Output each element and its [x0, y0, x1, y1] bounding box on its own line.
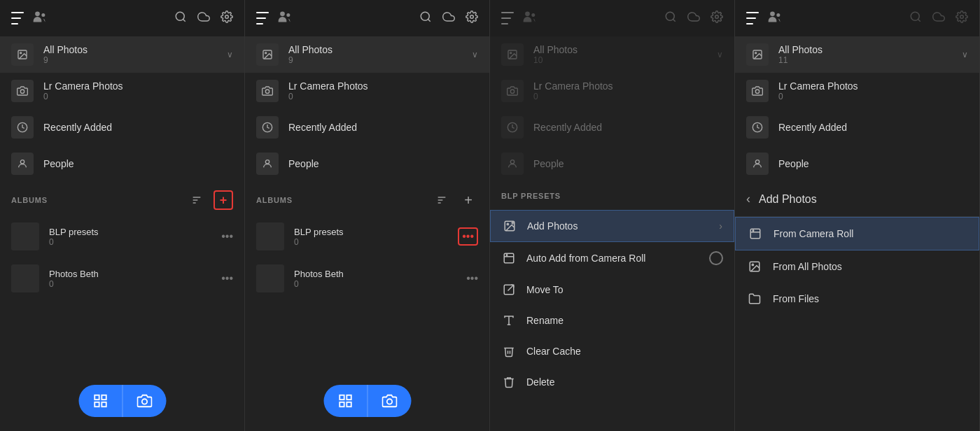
- sub-panel-header-4: ‹ Add Photos: [735, 182, 979, 217]
- gear-icon-3[interactable]: [710, 10, 723, 27]
- library-item-lr-camera-1[interactable]: Lr Camera Photos 0: [0, 73, 244, 109]
- library-item-all-photos-4[interactable]: All Photos 11 ∨: [735, 36, 979, 73]
- panel-3: All Photos 10 ∨ Lr Camera Photos 0 Recen…: [490, 0, 735, 431]
- cloud-icon-3[interactable]: [687, 10, 701, 27]
- library-item-lr-camera-2[interactable]: Lr Camera Photos 0: [245, 73, 489, 109]
- from-camera-roll-item[interactable]: From Camera Roll: [735, 217, 979, 250]
- gear-icon-2[interactable]: [465, 10, 478, 27]
- people-icon-4[interactable]: [767, 10, 781, 27]
- people-icon-3[interactable]: [522, 10, 536, 27]
- sort-button-1[interactable]: [187, 190, 206, 210]
- album-thumb-blp-1: [11, 222, 39, 250]
- back-button-4[interactable]: ‹: [746, 192, 750, 206]
- svg-rect-34: [346, 402, 351, 407]
- library-icon-1[interactable]: [11, 12, 24, 24]
- lr-camera-text-4: Lr Camera Photos 0: [778, 80, 968, 101]
- svg-point-9: [20, 160, 24, 164]
- library-item-people-3[interactable]: People: [490, 146, 734, 182]
- recently-added-text-4: Recently Added: [778, 122, 968, 133]
- library-icon-3[interactable]: [501, 12, 514, 24]
- sort-button-2[interactable]: [432, 190, 451, 210]
- add-photos-chevron-icon: ›: [719, 220, 722, 232]
- album-item-blp-2[interactable]: BLP presets 0 •••: [245, 216, 489, 257]
- library-item-recently-added-1[interactable]: Recently Added: [0, 109, 244, 146]
- svg-point-7: [20, 90, 24, 93]
- library-item-people-2[interactable]: People: [245, 146, 489, 182]
- library-icon-4[interactable]: [746, 12, 759, 24]
- from-camera-roll-text: From Camera Roll: [774, 228, 853, 239]
- album-count-blp-2: 0: [294, 237, 448, 247]
- from-all-photos-item[interactable]: From All Photos: [735, 250, 979, 283]
- album-dots-blp-1[interactable]: •••: [221, 230, 233, 243]
- move-to-menu-item[interactable]: Move To: [490, 274, 734, 305]
- album-dots-blp-2[interactable]: •••: [458, 227, 478, 246]
- search-icon-1[interactable]: [174, 10, 187, 27]
- search-icon-3[interactable]: [664, 10, 677, 27]
- album-thumb-blp-2: [256, 222, 284, 250]
- library-item-recently-added-2[interactable]: Recently Added: [245, 109, 489, 146]
- clear-cache-menu-item[interactable]: Clear Cache: [490, 336, 734, 367]
- auto-add-menu-icon: [501, 252, 517, 264]
- panel-2: All Photos 9 ∨ Lr Camera Photos 0 Recent…: [245, 0, 490, 431]
- library-item-recently-added-4[interactable]: Recently Added: [735, 109, 979, 146]
- library-item-recently-added-3[interactable]: Recently Added: [490, 109, 734, 146]
- album-name-photos-beth-1: Photos Beth: [49, 269, 211, 279]
- svg-line-39: [673, 19, 675, 21]
- people-name-3: People: [533, 158, 723, 169]
- recently-added-icon-2: [256, 116, 279, 139]
- svg-point-62: [755, 52, 757, 54]
- album-item-blp-1[interactable]: BLP presets 0 •••: [0, 216, 244, 257]
- all-photos-text-3: All Photos 10: [533, 44, 707, 65]
- library-item-lr-camera-4[interactable]: Lr Camera Photos 0: [735, 73, 979, 109]
- all-photos-text-4: All Photos 11: [778, 44, 952, 65]
- delete-menu-item[interactable]: Delete: [490, 367, 734, 397]
- search-icon-2[interactable]: [419, 10, 432, 27]
- album-thumb-photos-beth-2: [256, 264, 284, 292]
- cloud-icon-2[interactable]: [442, 10, 456, 27]
- auto-add-menu-item[interactable]: Auto Add from Camera Roll: [490, 242, 734, 274]
- recently-added-text-3: Recently Added: [533, 122, 723, 133]
- svg-rect-15: [94, 402, 99, 407]
- lr-camera-text-3: Lr Camera Photos 0: [533, 80, 723, 101]
- library-item-people-4[interactable]: People: [735, 146, 979, 182]
- library-item-all-photos-2[interactable]: All Photos 9 ∨: [245, 36, 489, 73]
- auto-add-menu-text: Auto Add from Camera Roll: [526, 253, 699, 264]
- svg-line-3: [183, 19, 185, 21]
- svg-rect-14: [102, 395, 106, 400]
- album-item-photos-beth-1[interactable]: Photos Beth 0 •••: [0, 257, 244, 299]
- add-album-button-2[interactable]: +: [458, 190, 478, 210]
- auto-add-toggle[interactable]: [709, 251, 723, 265]
- album-dots-photos-beth-1[interactable]: •••: [221, 272, 233, 285]
- grid-view-button-2[interactable]: [323, 385, 367, 417]
- svg-point-2: [176, 12, 184, 20]
- delete-menu-text: Delete: [526, 376, 723, 388]
- svg-rect-16: [102, 402, 106, 407]
- people-name-4: People: [778, 158, 968, 169]
- cloud-icon-1[interactable]: [197, 10, 211, 27]
- svg-point-57: [776, 13, 780, 17]
- grid-view-button-1[interactable]: [78, 385, 122, 417]
- library-item-all-photos-3[interactable]: All Photos 10 ∨: [490, 36, 734, 73]
- people-icon-2[interactable]: [277, 10, 291, 27]
- add-photos-menu-item[interactable]: Add Photos ›: [490, 210, 734, 242]
- rename-menu-item[interactable]: Rename: [490, 305, 734, 336]
- library-icon-2[interactable]: [256, 12, 269, 24]
- album-dots-photos-beth-2[interactable]: •••: [466, 272, 478, 285]
- library-item-people-1[interactable]: People: [0, 146, 244, 182]
- gear-icon-1[interactable]: [220, 10, 233, 27]
- library-item-lr-camera-3[interactable]: Lr Camera Photos 0: [490, 73, 734, 109]
- camera-button-1[interactable]: [122, 385, 166, 417]
- cloud-icon-4[interactable]: [932, 10, 946, 27]
- camera-button-2[interactable]: [368, 385, 411, 417]
- search-icon-4[interactable]: [909, 10, 922, 27]
- svg-rect-50: [504, 253, 514, 263]
- people-icon-1[interactable]: [32, 10, 46, 27]
- albums-actions-2: +: [432, 190, 478, 210]
- gear-icon-4[interactable]: [955, 10, 968, 27]
- album-item-photos-beth-2[interactable]: Photos Beth 0 •••: [245, 257, 489, 299]
- add-album-button-1[interactable]: +: [214, 190, 233, 210]
- recently-added-name-2: Recently Added: [288, 122, 478, 133]
- library-item-all-photos-1[interactable]: All Photos 9 ∨: [0, 36, 244, 73]
- from-files-item[interactable]: From Files: [735, 283, 979, 315]
- album-text-photos-beth-1: Photos Beth 0: [49, 269, 211, 289]
